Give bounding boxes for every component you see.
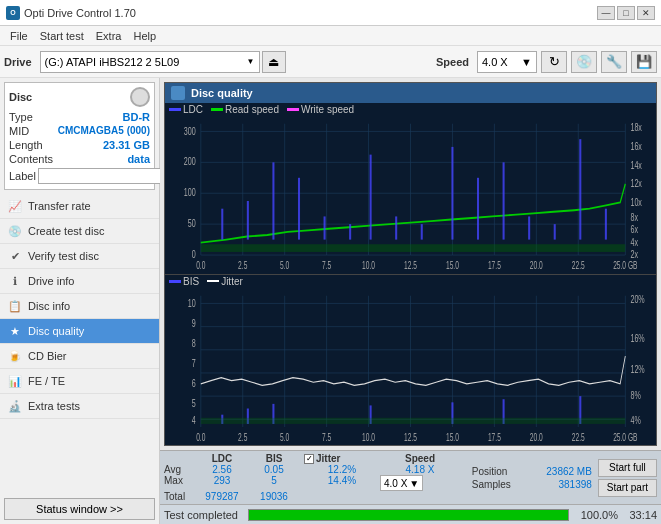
stats-header-bis: BIS: [248, 453, 300, 464]
maximize-button[interactable]: □: [617, 6, 635, 20]
top-legend: LDC Read speed Write speed: [165, 103, 656, 116]
svg-text:12x: 12x: [630, 178, 642, 190]
stats-row-1: LDC BIS ✓ Jitter Speed Avg 2.56 0.05 12.…: [164, 453, 657, 502]
disc-contents-row: Contents data: [9, 153, 150, 165]
stats-speed-dropdown[interactable]: 4.0 X ▼: [380, 475, 423, 491]
main-layout: Disc Type BD-R MID CMCMAGBA5 (000) Lengt…: [0, 78, 661, 524]
top-chart-svg: 300 200 100 50 0 18x 16x 14x 12x 10x 8x: [165, 116, 656, 271]
sidebar-item-drive-info[interactable]: ℹ Drive info: [0, 269, 159, 294]
svg-text:10.0: 10.0: [362, 431, 375, 442]
disc-icon: [130, 87, 150, 107]
settings-button[interactable]: 🔧: [601, 51, 627, 73]
minimize-button[interactable]: —: [597, 6, 615, 20]
ldc-legend-item: LDC: [169, 104, 203, 115]
sidebar-item-disc-info[interactable]: 📋 Disc info: [0, 294, 159, 319]
ldc-legend-color: [169, 108, 181, 111]
drive-info-icon: ℹ: [8, 274, 22, 288]
svg-text:300: 300: [184, 125, 196, 137]
start-full-button[interactable]: Start full: [598, 459, 657, 477]
save-button[interactable]: 💾: [631, 51, 657, 73]
drive-dropdown[interactable]: (G:) ATAPI iHBS212 2 5L09 ▼: [40, 51, 260, 73]
avg-label: Avg: [164, 464, 196, 475]
svg-text:0.0: 0.0: [196, 431, 205, 442]
sidebar-item-verify-test-disc[interactable]: ✔ Verify test disc: [0, 244, 159, 269]
stats-section: LDC BIS ✓ Jitter Speed Avg 2.56 0.05 12.…: [160, 450, 661, 504]
menu-help[interactable]: Help: [127, 29, 162, 43]
sidebar-item-cd-bier[interactable]: 🍺 CD Bier: [0, 344, 159, 369]
svg-rect-46: [201, 244, 626, 252]
close-button[interactable]: ✕: [637, 6, 655, 20]
svg-rect-40: [477, 178, 479, 240]
app-title: Opti Drive Control 1.70: [24, 7, 136, 19]
svg-text:10x: 10x: [630, 196, 642, 208]
stats-header-blank: [164, 453, 196, 464]
eject-button[interactable]: ⏏: [262, 51, 286, 73]
refresh-button[interactable]: ↻: [541, 51, 567, 73]
jitter-legend-label: Jitter: [221, 276, 243, 287]
progress-bar-area: Test completed 100.0% 33:14: [160, 504, 661, 524]
svg-rect-94: [201, 417, 626, 423]
svg-text:2.5: 2.5: [238, 431, 247, 442]
svg-rect-43: [554, 224, 556, 239]
svg-text:12%: 12%: [630, 363, 644, 375]
progress-percent: 100.0%: [573, 509, 618, 521]
disc-label-row: Label 🔍: [9, 167, 150, 185]
menu-file[interactable]: File: [4, 29, 34, 43]
sidebar-item-create-test-disc[interactable]: 💿 Create test disc: [0, 219, 159, 244]
sidebar: Disc Type BD-R MID CMCMAGBA5 (000) Lengt…: [0, 78, 160, 524]
jitter-checkbox[interactable]: ✓: [304, 454, 314, 464]
disc-panel-title: Disc: [9, 91, 32, 103]
menu-start-test[interactable]: Start test: [34, 29, 90, 43]
fe-te-icon: 📊: [8, 374, 22, 388]
ldc-legend-label: LDC: [183, 104, 203, 115]
speed-dropdown[interactable]: 4.0 X ▼: [477, 51, 537, 73]
svg-text:14x: 14x: [630, 159, 642, 171]
sidebar-item-cd-bier-label: CD Bier: [28, 350, 67, 362]
svg-text:22.5: 22.5: [572, 260, 585, 271]
svg-text:12.5: 12.5: [404, 260, 417, 271]
titlebar-left: O Opti Drive Control 1.70: [6, 6, 136, 20]
sidebar-item-disc-quality[interactable]: ★ Disc quality: [0, 319, 159, 344]
svg-text:6x: 6x: [630, 224, 638, 236]
menu-extra[interactable]: Extra: [90, 29, 128, 43]
disc-contents-label: Contents: [9, 153, 53, 165]
status-window-button[interactable]: Status window >>: [4, 498, 155, 520]
sidebar-item-fe-te[interactable]: 📊 FE / TE: [0, 369, 159, 394]
titlebar: O Opti Drive Control 1.70 — □ ✕: [0, 0, 661, 26]
svg-text:8x: 8x: [630, 212, 638, 224]
svg-text:8: 8: [192, 337, 196, 349]
stats-speed-arrow-icon: ▼: [409, 478, 419, 489]
avg-bis: 0.05: [248, 464, 300, 475]
disc-quality-panel: Disc quality LDC Read speed: [164, 82, 657, 446]
disc-type-label: Type: [9, 111, 33, 123]
dq-panel-title: Disc quality: [191, 87, 253, 99]
write-speed-legend-item: Write speed: [287, 104, 354, 115]
create-test-disc-icon: 💿: [8, 224, 22, 238]
avg-ldc: 2.56: [196, 464, 248, 475]
read-speed-legend-label: Read speed: [225, 104, 279, 115]
start-part-button[interactable]: Start part: [598, 479, 657, 497]
disc-label-input[interactable]: [38, 168, 171, 184]
speed-value: 4.0 X: [482, 56, 508, 68]
jitter-checkbox-row: ✓ Jitter: [300, 453, 380, 464]
jitter-legend-color: [207, 280, 219, 282]
svg-text:4: 4: [192, 414, 196, 426]
svg-rect-42: [528, 216, 530, 239]
progress-bar-inner: [249, 510, 568, 520]
app-icon: O: [6, 6, 20, 20]
speed-label: Speed: [436, 56, 469, 68]
svg-text:15.0: 15.0: [446, 260, 459, 271]
svg-text:200: 200: [184, 156, 196, 168]
top-chart-content: 300 200 100 50 0 18x 16x 14x 12x 10x 8x: [165, 116, 656, 271]
position-label: Position: [472, 466, 508, 477]
disc-panel-header: Disc: [9, 87, 150, 107]
svg-text:20.0: 20.0: [530, 260, 543, 271]
content-area: Disc quality LDC Read speed: [160, 78, 661, 524]
svg-text:7: 7: [192, 357, 196, 369]
avg-speed: 4.18 X: [380, 464, 460, 475]
sidebar-item-disc-quality-label: Disc quality: [28, 325, 84, 337]
sidebar-item-transfer-rate[interactable]: 📈 Transfer rate: [0, 194, 159, 219]
bis-legend-item: BIS: [169, 276, 199, 287]
sidebar-item-extra-tests[interactable]: 🔬 Extra tests: [0, 394, 159, 419]
disc-image-button[interactable]: 💿: [571, 51, 597, 73]
